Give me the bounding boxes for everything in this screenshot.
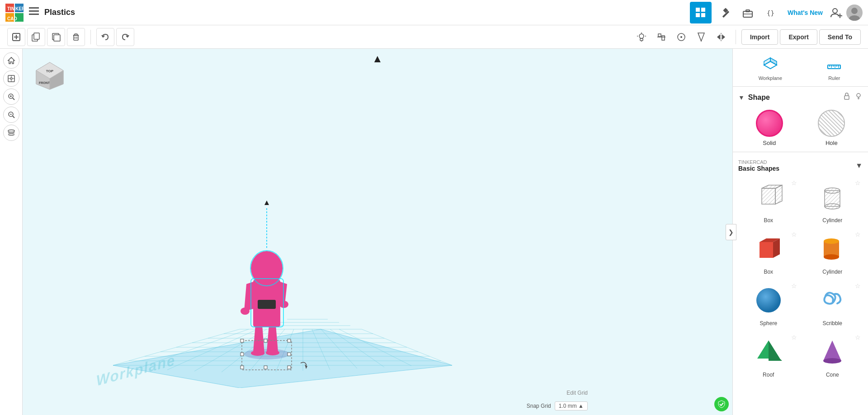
shape-item-box-wireframe[interactable]: ☆ Box xyxy=(738,177,799,225)
mirror-tool-button[interactable] xyxy=(712,28,730,46)
briefcase-button[interactable] xyxy=(737,2,759,23)
shape-item-cylinder-wireframe[interactable]: ☆ Cylinder xyxy=(802,177,863,225)
redo-button[interactable] xyxy=(116,28,134,46)
left-sidebar xyxy=(0,49,23,415)
snap-grid-value[interactable]: 1.0 mm ▲ xyxy=(555,401,588,410)
grid-view-button[interactable] xyxy=(690,2,712,23)
shape-item-cone[interactable]: ☆ Cone xyxy=(802,332,863,380)
svg-marker-159 xyxy=(769,340,782,361)
svg-text:KER: KER xyxy=(15,6,24,11)
ruler-button[interactable]: Ruler xyxy=(821,52,848,83)
shape-item-box-red[interactable]: ☆ Box xyxy=(738,229,799,277)
svg-rect-45 xyxy=(662,36,665,40)
shape-item-roof[interactable]: ☆ Roof xyxy=(738,332,799,380)
shape-panel: ▼ Shape xyxy=(733,87,868,152)
tinkercad-logo[interactable]: TIN KER CAD xyxy=(5,4,24,22)
shape-lock-icon[interactable] xyxy=(843,92,851,103)
svg-marker-51 xyxy=(717,34,720,40)
svg-rect-8 xyxy=(29,10,39,12)
whats-new-button[interactable]: What's New xyxy=(784,9,826,16)
shape-item-sphere-blue[interactable]: ☆ Sphere xyxy=(738,280,799,328)
favorite-icon-cone[interactable]: ☆ xyxy=(855,334,861,341)
light-tool-button[interactable] xyxy=(632,28,651,46)
svg-line-49 xyxy=(698,33,701,41)
svg-rect-42 xyxy=(640,38,643,41)
main-area: TOP FRONT ▲ xyxy=(0,49,868,415)
shape-bulb-icon[interactable] xyxy=(854,92,863,103)
svg-rect-117 xyxy=(241,366,244,369)
duplicate-button[interactable] xyxy=(47,28,65,46)
svg-rect-30 xyxy=(34,33,39,39)
viewport[interactable]: TOP FRONT ▲ xyxy=(23,49,732,415)
library-dropdown-button[interactable]: ▼ xyxy=(855,162,863,170)
collapse-panel-button[interactable]: ❯ xyxy=(726,224,736,240)
svg-rect-118 xyxy=(288,366,291,369)
roof-label: Roof xyxy=(763,372,774,378)
import-button[interactable]: Import xyxy=(741,29,778,45)
svg-marker-52 xyxy=(722,34,725,40)
workplane-button[interactable]: Workplane xyxy=(753,52,788,83)
frame-view-button[interactable] xyxy=(3,70,19,87)
svg-rect-121 xyxy=(241,353,244,356)
shape-item-cylinder-orange[interactable]: ☆ Cylinder xyxy=(802,229,863,277)
solid-color-circle[interactable] xyxy=(756,110,783,137)
user-avatar[interactable] xyxy=(846,5,863,21)
svg-point-47 xyxy=(680,36,682,38)
favorite-icon-scribble[interactable]: ☆ xyxy=(855,282,861,289)
shape-item-scribble[interactable]: ☆ Scribble xyxy=(802,280,863,328)
zoom-in-button[interactable] xyxy=(3,89,19,105)
svg-rect-122 xyxy=(288,353,291,356)
list-view-icon[interactable] xyxy=(29,7,39,18)
ruler-icon xyxy=(826,54,842,74)
cone-label: Cone xyxy=(826,372,839,378)
edit-grid-label[interactable]: Edit Grid xyxy=(566,390,588,396)
favorite-icon-box-wireframe[interactable]: ☆ xyxy=(791,179,797,187)
cone-preview xyxy=(814,334,850,370)
export-button[interactable]: Export xyxy=(780,29,817,45)
svg-rect-32 xyxy=(54,35,60,41)
svg-point-55 xyxy=(10,78,12,79)
library-name-label: Basic Shapes xyxy=(738,165,779,172)
layers-button[interactable] xyxy=(3,125,19,141)
orientation-cube[interactable]: TOP FRONT xyxy=(32,58,68,94)
svg-marker-144 xyxy=(762,188,775,204)
right-panel: ❯ Workplane xyxy=(732,49,868,415)
top-navigation: TIN KER CAD Plastics xyxy=(0,0,868,25)
favorite-icon-cylinder-wireframe[interactable]: ☆ xyxy=(855,179,861,187)
favorite-icon-box-red[interactable]: ☆ xyxy=(791,231,797,238)
solid-option[interactable]: Solid xyxy=(756,110,783,146)
workplane-svg[interactable] xyxy=(59,194,466,388)
undo-button[interactable] xyxy=(96,28,114,46)
svg-rect-113 xyxy=(255,255,278,264)
home-view-button[interactable] xyxy=(3,52,19,69)
box-red-preview xyxy=(750,231,787,267)
svg-point-20 xyxy=(833,9,837,13)
add-user-button[interactable] xyxy=(828,5,844,21)
toolbar: Import Export Send To xyxy=(0,25,868,49)
hole-option[interactable]: Hole xyxy=(818,110,845,146)
hammer-view-button[interactable] xyxy=(713,2,735,23)
favorite-icon-roof[interactable]: ☆ xyxy=(791,334,797,341)
toolbar-separator-1 xyxy=(90,30,91,44)
align-tool-button[interactable] xyxy=(652,28,670,46)
send-to-button[interactable]: Send To xyxy=(819,29,861,45)
svg-text:CAD: CAD xyxy=(7,16,17,21)
hole-circle[interactable] xyxy=(818,110,845,137)
scribble-label: Scribble xyxy=(823,320,842,326)
delete-button[interactable] xyxy=(67,28,85,46)
security-badge[interactable] xyxy=(714,397,729,411)
new-shape-button[interactable] xyxy=(7,28,25,46)
svg-point-104 xyxy=(251,350,264,356)
favorite-icon-cylinder-orange[interactable]: ☆ xyxy=(855,231,861,238)
favorite-icon-sphere-blue[interactable]: ☆ xyxy=(791,282,797,289)
library-header: Tinkercad Basic Shapes ▼ xyxy=(736,156,864,176)
svg-marker-160 xyxy=(823,340,841,361)
circle-tool-button[interactable] xyxy=(672,28,690,46)
code-blocks-button[interactable]: {} xyxy=(760,2,782,23)
adjust-tool-button[interactable] xyxy=(692,28,710,46)
copy-button[interactable] xyxy=(27,28,45,46)
library-source-name: Tinkercad Basic Shapes xyxy=(738,159,779,172)
svg-text:TIN: TIN xyxy=(7,6,14,11)
zoom-out-button[interactable] xyxy=(3,107,19,123)
shape-panel-toggle[interactable]: ▼ xyxy=(738,94,745,101)
